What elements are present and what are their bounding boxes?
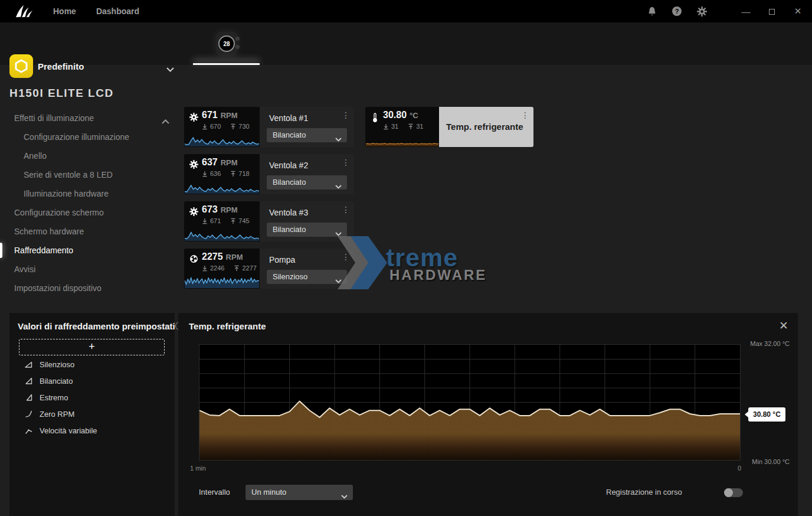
fan3-sparkline [185, 228, 259, 241]
preset-zero-rpm[interactable]: Zero RPM [25, 406, 161, 422]
interval-value: Un minuto [251, 485, 286, 500]
rpm-unit: RPM [221, 111, 238, 120]
fan3-mode-dropdown[interactable]: Bilanciato [267, 223, 347, 237]
notifications-bell-icon[interactable] [647, 6, 657, 17]
sidebar-item-impostazioni-dispositivo[interactable]: Impostazioni dispositivo [14, 280, 102, 296]
coolant-temp-value: 30.80 [383, 110, 407, 120]
fan1-mode-dropdown[interactable]: Bilanciato [267, 128, 347, 142]
fan2-control: Ventola #2 ⋮ Bilanciato [260, 154, 354, 194]
curve-ramp-icon [25, 393, 33, 401]
settings-gear-icon[interactable] [696, 6, 707, 17]
curve-j-icon [25, 410, 33, 418]
fan3-name: Ventola #3 [269, 208, 308, 217]
preset-silenzioso[interactable]: Silenzioso [25, 357, 161, 372]
preset-velocita-variabile[interactable]: Velocità variabile [25, 423, 161, 438]
fan1-control: Ventola #1 ⋮ Bilanciato [260, 107, 354, 147]
fan3-stats: 673RPM 671 745 [184, 201, 260, 241]
fan3-control: Ventola #3 ⋮ Bilanciato [260, 201, 354, 241]
chevron-down-icon [335, 228, 342, 239]
max-arrow-icon [234, 265, 240, 272]
profile-name[interactable]: Predefinito [38, 61, 84, 71]
lcd-screen-value: 28 [218, 35, 235, 52]
recording-toggle[interactable] [724, 488, 743, 497]
interval-label: Intervallo [199, 485, 230, 500]
coolant-temp-stats: 30.80°C 31 31 [365, 107, 439, 147]
sidebar-item-effetti-illuminazione[interactable]: Effetti di illuminazione [14, 110, 94, 126]
nav-dashboard[interactable]: Dashboard [96, 6, 139, 16]
fan2-name: Ventola #2 [269, 161, 308, 170]
pump-name: Pompa [269, 255, 295, 264]
profile-icon[interactable] [9, 54, 33, 78]
preset-estremo[interactable]: Estremo [25, 390, 161, 405]
active-item-indicator [0, 243, 2, 258]
fan1-widget: 671RPM 670 730 Ventola #1 ⋮ Bilanciato [184, 107, 354, 147]
kebab-menu-icon[interactable]: ⋮ [521, 111, 529, 119]
fan2-widget: 637RPM 636 718 Ventola #2 ⋮ Bilanciato [184, 154, 354, 194]
curve-ramp-icon [25, 377, 33, 385]
kebab-menu-icon[interactable]: ⋮ [342, 158, 350, 166]
close-button[interactable]: ✕ [792, 6, 804, 17]
kebab-menu-icon[interactable]: ⋮ [342, 253, 350, 261]
sidebar-item-schermo-hardware[interactable]: Schermo hardware [14, 223, 84, 240]
curve-variable-icon [25, 426, 33, 435]
fan3-max: 745 [238, 217, 249, 224]
coolant-sparkline [366, 136, 438, 146]
pump-control: Pompa ⋮ Silenzioso [260, 249, 354, 289]
kebab-menu-icon[interactable]: ⋮ [342, 111, 350, 119]
plug-dot [235, 37, 240, 41]
device-title: H150I ELITE LCD [9, 87, 114, 100]
fan3-min: 671 [210, 217, 221, 224]
sidebar-item-raffreddamento[interactable]: Raffreddamento [14, 242, 73, 259]
sidebar-item-configurazione-illuminazione[interactable]: Configurazione illuminazione [24, 129, 129, 145]
celsius-unit: °C [410, 111, 418, 120]
fan2-mode-value: Bilanciato [273, 175, 306, 190]
minimize-button[interactable]: — [740, 6, 752, 17]
rpm-unit: RPM [221, 158, 238, 167]
fan2-mode-dropdown[interactable]: Bilanciato [267, 175, 347, 190]
chevron-down-icon[interactable] [166, 64, 174, 74]
pump-mode-dropdown[interactable]: Silenzioso [267, 270, 347, 284]
sidebar-item-anello[interactable]: Anello [24, 148, 47, 164]
coolant-chart-panel: Temp. refrigerante ✕ Max 32.00 °C Min 30… [178, 313, 798, 516]
chevron-up-icon[interactable] [162, 116, 169, 126]
sidebar-item-avvisi[interactable]: Avvisi [14, 261, 35, 277]
help-icon[interactable]: ? [672, 6, 682, 17]
coolant-max: 31 [416, 123, 423, 130]
pump-stats: 2275RPM 2246 2277 [184, 249, 260, 289]
fan1-stats: 671RPM 670 730 [184, 107, 260, 147]
presets-title: Valori di raffreddamento preimpostati [18, 321, 175, 331]
max-arrow-icon [230, 171, 236, 177]
sidebar-item-serie-ventole[interactable]: Serie di ventole a 8 LED [24, 166, 113, 183]
current-value-pill: 30.80 °C [748, 407, 785, 422]
rpm-unit: RPM [226, 253, 243, 262]
max-arrow-icon [230, 123, 236, 130]
device-tab-h150i[interactable]: 28 [193, 22, 260, 65]
nav-home[interactable]: Home [53, 6, 76, 16]
cooling-presets-panel: Valori di raffreddamento preimpostati + … [9, 313, 175, 516]
chart-title: Temp. refrigerante [189, 321, 266, 331]
close-icon[interactable]: ✕ [779, 319, 788, 332]
maximize-button[interactable] [766, 6, 778, 17]
fan1-rpm-value: 671 [202, 110, 218, 120]
top-bar: Home Dashboard ? — [0, 0, 812, 22]
toggle-knob [724, 488, 733, 497]
pump-widget: 2275RPM 2246 2277 Pompa ⋮ Silenzioso [184, 249, 354, 289]
sidebar-item-configurazione-schermo[interactable]: Configurazione schermo [14, 204, 104, 221]
fan-icon [189, 207, 198, 218]
pump-rpm-value: 2275 [202, 252, 223, 262]
fan3-mode-value: Bilanciato [273, 223, 306, 237]
coolant-temp-widget: 30.80°C 31 31 Temp. refrigerante ⋮ [365, 107, 533, 147]
sidebar-item-illuminazione-hardware[interactable]: Illuminazione hardware [24, 185, 109, 202]
active-tab-underline [193, 63, 260, 65]
thermometer-icon [372, 113, 378, 125]
coolant-temp-selected[interactable]: Temp. refrigerante ⋮ [439, 107, 533, 147]
recording-label: Registrazione in corso [606, 485, 682, 500]
kebab-menu-icon[interactable]: ⋮ [342, 205, 350, 214]
pump-min: 2246 [210, 264, 224, 272]
interval-dropdown[interactable]: Un minuto [245, 485, 353, 500]
fan2-sparkline [185, 181, 259, 194]
fan2-min: 636 [210, 170, 221, 177]
fan2-rpm-value: 637 [202, 157, 218, 167]
add-preset-button[interactable]: + [19, 339, 165, 355]
preset-bilanciato[interactable]: Bilanciato [25, 373, 161, 388]
